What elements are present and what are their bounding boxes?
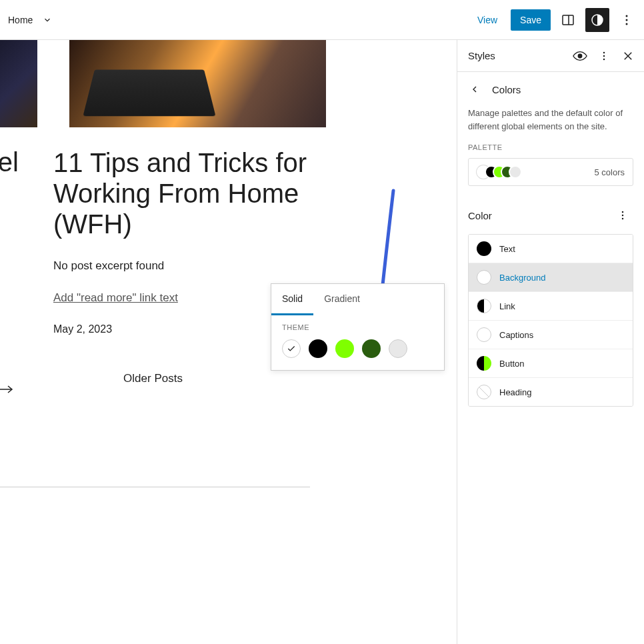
svg-point-15 [622, 215, 624, 217]
color-picker-popover: Solid Gradient THEME [271, 283, 445, 371]
styles-panel-button[interactable] [585, 8, 609, 32]
svg-point-14 [622, 211, 624, 213]
style-preview-button[interactable] [569, 45, 591, 67]
color-row-label: Link [499, 301, 515, 311]
view-link[interactable]: View [469, 9, 505, 31]
older-posts-link[interactable]: Older Posts [0, 372, 310, 393]
color-section-more-button[interactable] [612, 205, 633, 226]
color-row-captions[interactable]: Captions [469, 321, 633, 349]
svg-point-9 [603, 51, 605, 53]
post-title[interactable]: 11 Tips and Tricks for Working From Home… [53, 147, 310, 239]
color-row-label: Button [499, 359, 525, 369]
sidebar-close-button[interactable] [617, 45, 639, 67]
svg-point-10 [603, 55, 605, 57]
palette-preview [477, 165, 517, 179]
svg-point-11 [603, 58, 605, 60]
layout-toggle-button[interactable] [556, 8, 580, 32]
svg-rect-0 [563, 15, 573, 25]
svg-point-8 [578, 54, 582, 58]
color-row-heading[interactable]: Heading [469, 378, 633, 406]
more-menu-button[interactable] [615, 8, 639, 32]
palette-card[interactable]: 5 colors [468, 158, 633, 186]
post-image-left[interactable] [0, 40, 37, 127]
older-posts-label: Older Posts [123, 372, 183, 385]
color-row-label: Heading [499, 387, 531, 397]
theme-section-label: THEME [282, 323, 433, 331]
theme-swatch-lightgray[interactable] [389, 339, 407, 358]
prev-post-title-fragment: vel [0, 147, 19, 335]
chevron-down-icon[interactable] [41, 13, 54, 27]
styles-sidebar: Styles Colors Manage palettes and the de… [457, 40, 644, 644]
color-row-background[interactable]: Background [469, 263, 633, 292]
footer-divider [0, 487, 310, 487]
sidebar-title: Styles [468, 50, 495, 61]
sidebar-more-button[interactable] [593, 45, 615, 67]
palette-section-label: PALETTE [468, 143, 633, 151]
svg-point-16 [622, 218, 624, 220]
check-icon [287, 344, 296, 353]
theme-swatch-lime[interactable] [335, 339, 354, 358]
back-button[interactable] [468, 83, 481, 96]
colors-nav-title: Colors [492, 84, 521, 95]
gradient-tab[interactable]: Gradient [313, 284, 371, 315]
color-row-label: Text [499, 244, 515, 254]
home-link[interactable]: Home [5, 11, 35, 29]
color-row-text[interactable]: Text [469, 235, 633, 263]
save-button[interactable]: Save [511, 9, 551, 31]
post-image-right[interactable] [69, 40, 326, 127]
color-row-label: Background [499, 273, 545, 283]
svg-point-3 [626, 15, 628, 17]
svg-point-5 [626, 23, 628, 25]
read-more-link-placeholder[interactable]: Add "read more" link text [53, 291, 178, 305]
colors-description: Manage palettes and the default color of… [457, 101, 644, 143]
color-row-label: Captions [499, 330, 533, 340]
solid-tab[interactable]: Solid [271, 284, 313, 315]
post-excerpt[interactable]: No post excerpt found [53, 259, 310, 273]
arrow-right-icon [0, 385, 13, 393]
theme-swatch-white[interactable] [282, 339, 301, 358]
color-section-title: Color [468, 210, 492, 221]
theme-swatch-black[interactable] [309, 339, 327, 358]
color-row-link[interactable]: Link [469, 292, 633, 321]
palette-count: 5 colors [594, 167, 625, 177]
theme-swatch-darkgreen[interactable] [362, 339, 381, 358]
color-row-button[interactable]: Button [469, 349, 633, 378]
svg-point-4 [626, 19, 628, 21]
